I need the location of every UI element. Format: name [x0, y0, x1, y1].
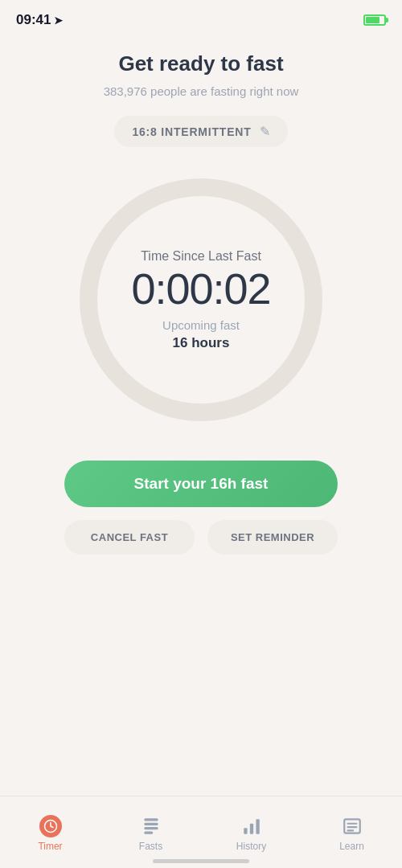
- svg-rect-4: [144, 831, 153, 833]
- main-content: Get ready to fast 383,976 people are fas…: [0, 35, 402, 555]
- fasting-count: 383,976 people are fasting right now: [104, 84, 299, 98]
- history-nav-icon: [240, 815, 263, 837]
- nav-label-history: History: [236, 841, 266, 852]
- cancel-fast-button[interactable]: CANCEL FAST: [64, 520, 195, 555]
- home-indicator: [153, 859, 249, 863]
- set-reminder-button[interactable]: SET REMINDER: [207, 520, 338, 555]
- secondary-buttons: CANCEL FAST SET REMINDER: [64, 520, 338, 555]
- svg-rect-7: [256, 819, 259, 833]
- start-fast-button[interactable]: Start your 16h fast: [64, 461, 338, 507]
- learn-nav-icon: [341, 815, 363, 837]
- nav-label-learn: Learn: [339, 841, 364, 852]
- svg-rect-2: [144, 822, 158, 825]
- timer-nav-icon: [39, 815, 62, 837]
- status-bar: 09:41 ➤: [0, 0, 402, 35]
- edit-icon[interactable]: ✎: [260, 124, 270, 139]
- page-title: Get ready to fast: [118, 51, 283, 76]
- battery-icon: [363, 14, 386, 26]
- timer-display: 0:00:02: [131, 267, 270, 310]
- timer-label: Time Since Last Fast: [141, 249, 261, 264]
- clock-icon: [43, 819, 58, 833]
- timer-circle: Time Since Last Fast 0:00:02 Upcoming fa…: [72, 171, 330, 428]
- fast-type-badge[interactable]: 16:8 INTERMITTENT ✎: [114, 116, 287, 147]
- location-icon: ➤: [54, 14, 63, 27]
- nav-item-fasts[interactable]: Fasts: [100, 815, 201, 852]
- fast-type-label: 16:8 INTERMITTENT: [132, 125, 251, 138]
- fasts-nav-icon: [140, 815, 162, 837]
- status-icons: [363, 14, 386, 26]
- timer-inner: Time Since Last Fast 0:00:02 Upcoming fa…: [131, 249, 270, 351]
- nav-item-timer[interactable]: Timer: [0, 815, 100, 852]
- upcoming-label: Upcoming fast: [162, 318, 240, 332]
- svg-rect-3: [144, 827, 158, 829]
- svg-rect-1: [144, 818, 158, 821]
- svg-rect-6: [249, 823, 252, 833]
- nav-label-timer: Timer: [38, 841, 62, 852]
- buttons-section: Start your 16h fast CANCEL FAST SET REMI…: [16, 461, 386, 555]
- status-time: 09:41 ➤: [16, 12, 63, 28]
- nav-item-learn[interactable]: Learn: [302, 815, 402, 852]
- svg-rect-5: [244, 828, 247, 834]
- nav-item-history[interactable]: History: [201, 815, 302, 852]
- nav-label-fasts: Fasts: [139, 841, 162, 852]
- upcoming-value: 16 hours: [173, 335, 230, 351]
- bottom-nav: Timer Fasts History: [0, 796, 402, 868]
